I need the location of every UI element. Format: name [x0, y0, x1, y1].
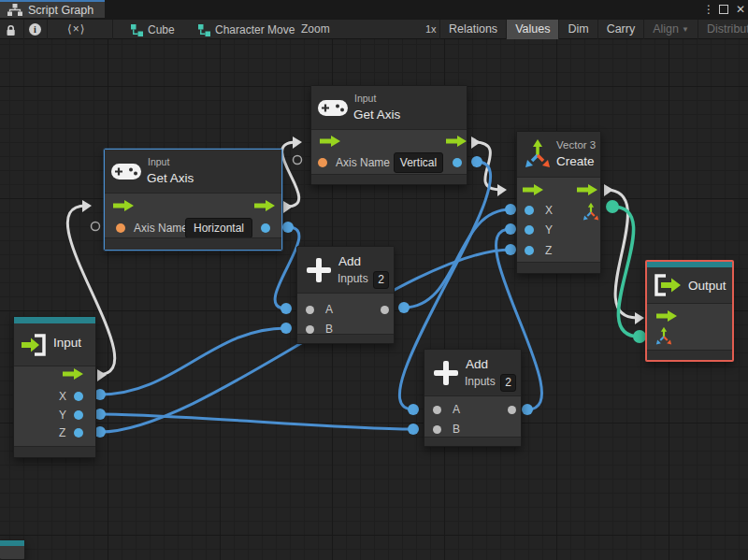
node-subtitle: Input: [148, 156, 169, 167]
node-get-axis-vertical[interactable]: Input Get Axis Axis Name Vertical: [310, 85, 468, 185]
param-label: Axis Name: [336, 156, 390, 169]
dim-button[interactable]: Dim: [558, 20, 597, 39]
node-vector3-create[interactable]: Vector 3 Create X Y Z: [516, 131, 601, 274]
node-get-axis-horizontal[interactable]: Input Get Axis Axis Name Horizontal: [104, 149, 282, 251]
inputs-label: Inputs: [338, 272, 368, 285]
node-footer: [647, 350, 732, 360]
flow-out-port[interactable]: [577, 184, 597, 195]
vector3-out-port[interactable]: [583, 202, 599, 221]
vector3-icon: [525, 138, 551, 168]
input-b-port[interactable]: [306, 325, 314, 334]
inputs-label: Inputs: [465, 375, 496, 388]
align-dropdown[interactable]: Align▼: [643, 20, 698, 39]
inputs-count-field[interactable]: 2: [373, 271, 389, 289]
y-out-port[interactable]: [74, 410, 83, 420]
close-icon: ✕: [736, 3, 745, 16]
vector3-in-port[interactable]: [655, 326, 672, 345]
node-title-strip: [0, 540, 24, 546]
axis-name-port[interactable]: [318, 158, 327, 167]
relations-button[interactable]: Relations: [439, 20, 506, 39]
flow-in-port[interactable]: [523, 184, 543, 195]
node-header: Input Get Axis: [105, 150, 281, 194]
node-footer: [517, 262, 600, 273]
breadcrumb-label: Cube: [148, 23, 175, 36]
gamepad-icon: [111, 164, 141, 179]
z-out-port[interactable]: [74, 428, 83, 438]
node-footer: [424, 437, 521, 446]
values-button[interactable]: Values: [506, 20, 558, 39]
x-label: X: [59, 390, 66, 403]
flow-out-port[interactable]: [254, 200, 275, 211]
node-footer: [297, 334, 394, 343]
node-header: Add Inputs 2: [297, 247, 394, 294]
node-title: Get Axis: [147, 171, 194, 185]
node-header: Vector 3 Create: [517, 132, 600, 178]
graph-hierarchy-icon: [7, 4, 22, 16]
node-title: Add: [466, 357, 488, 371]
breadcrumb-label: Character Move: [215, 23, 295, 36]
window-close-button[interactable]: ✕: [736, 1, 745, 18]
node-title: Add: [338, 254, 361, 268]
code-view-button[interactable]: ⟨×⟩: [67, 20, 85, 39]
breadcrumb-character-move[interactable]: Character Move: [198, 23, 295, 36]
chevron-down-icon: ▼: [682, 25, 689, 34]
input-a-port[interactable]: [306, 306, 314, 314]
input-b-label: B: [453, 423, 460, 436]
window-menu-button[interactable]: ⋮: [703, 1, 714, 18]
tab-script-graph[interactable]: Script Graph: [0, 0, 105, 18]
node-add-2[interactable]: Add Inputs 2 A B: [424, 349, 522, 447]
flow-in-port[interactable]: [656, 310, 677, 322]
add-icon: [307, 258, 331, 282]
axis-name-field[interactable]: Horizontal: [185, 218, 252, 238]
partial-node-bottom-left[interactable]: [0, 539, 25, 560]
axis-name-port[interactable]: [116, 223, 125, 233]
flow-out-port[interactable]: [446, 136, 467, 147]
node-footer: [105, 237, 281, 250]
y-port[interactable]: [525, 225, 534, 235]
input-a-port[interactable]: [433, 406, 441, 414]
node-graph-output[interactable]: Output: [645, 260, 734, 362]
x-port[interactable]: [525, 206, 534, 215]
node-graph-input[interactable]: Input X Y Z: [13, 316, 96, 458]
lock-button[interactable]: [6, 23, 16, 40]
add-icon: [434, 361, 458, 385]
breadcrumb-cube[interactable]: Cube: [131, 23, 175, 36]
input-a-label: A: [325, 303, 333, 316]
result-port[interactable]: [453, 158, 462, 167]
result-port[interactable]: [261, 223, 270, 233]
z-label: Z: [545, 244, 552, 257]
graph-node-icon: [198, 24, 210, 36]
gamepad-icon: [318, 100, 348, 116]
x-label: X: [545, 204, 553, 217]
node-title: Input: [53, 336, 81, 350]
node-footer: [14, 446, 95, 457]
info-button[interactable]: i: [29, 23, 41, 36]
flow-in-port[interactable]: [113, 200, 134, 211]
node-add-1[interactable]: Add Inputs 2 A B: [296, 246, 395, 344]
distribute-dropdown[interactable]: Distribute▼: [698, 20, 748, 39]
param-label: Axis Name: [134, 222, 188, 235]
z-port[interactable]: [525, 246, 534, 255]
axis-name-field[interactable]: Vertical: [394, 152, 443, 173]
input-b-port[interactable]: [433, 425, 441, 434]
node-subtitle: Vector 3: [556, 139, 596, 151]
sum-out-port[interactable]: [508, 406, 516, 414]
node-header: Input: [14, 323, 95, 366]
graph-toolbar: i ⟨×⟩ Cube Character Move Zoom 1x Relati…: [0, 20, 748, 39]
flow-out-port[interactable]: [63, 368, 83, 380]
x-out-port[interactable]: [74, 392, 83, 401]
window-maximize-button[interactable]: [719, 1, 728, 18]
input-bracket-icon: [22, 334, 48, 356]
output-bracket-icon: [654, 274, 683, 296]
carry-button[interactable]: Carry: [597, 20, 644, 39]
sum-out-port[interactable]: [381, 306, 389, 314]
flow-in-port[interactable]: [320, 136, 340, 147]
input-a-label: A: [453, 403, 460, 416]
inputs-count-field[interactable]: 2: [500, 374, 516, 392]
maximize-icon: [719, 5, 728, 14]
node-footer: [311, 174, 467, 184]
node-header: Input Get Axis: [311, 86, 467, 130]
node-title: Output: [688, 279, 726, 293]
node-subtitle: Input: [354, 93, 376, 104]
y-out-port-label: Y: [59, 409, 66, 422]
